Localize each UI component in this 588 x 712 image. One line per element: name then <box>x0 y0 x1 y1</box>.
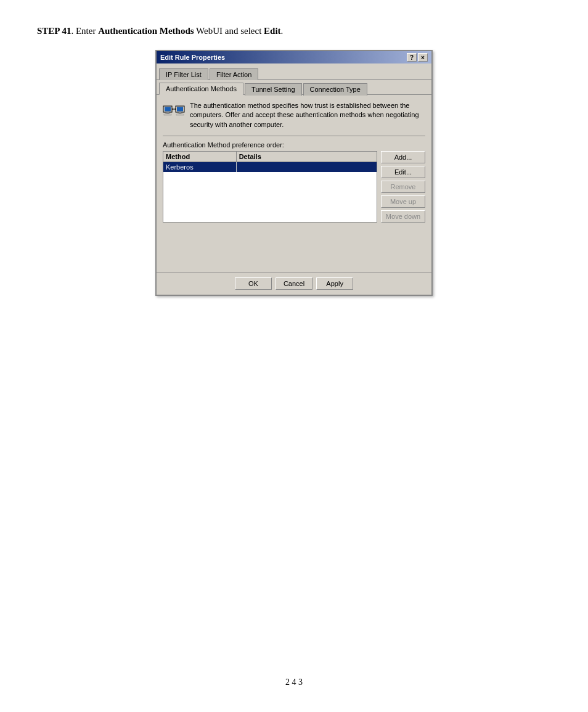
pref-label: Authentication Method preference order: <box>163 141 425 149</box>
move-up-button[interactable]: Move up <box>381 195 425 208</box>
add-button[interactable]: Add... <box>381 151 425 163</box>
svg-rect-2 <box>166 112 169 113</box>
help-button[interactable]: ? <box>407 53 417 62</box>
section-divider <box>163 136 425 136</box>
tab-authentication-methods[interactable]: Authentication Methods <box>159 83 243 95</box>
step-text3: . <box>281 26 284 36</box>
method-column-header: Method <box>163 152 237 162</box>
edit-button[interactable]: Edit... <box>381 166 425 178</box>
ok-button[interactable]: OK <box>235 277 272 290</box>
dialog-body: IP Filter List Filter Action Authenticat… <box>157 63 431 295</box>
main-area: Method Details Kerberos <box>163 151 425 223</box>
step-text2: WebUI and select <box>194 26 264 36</box>
method-cell: Kerberos <box>163 162 237 172</box>
details-column-header: Details <box>237 152 377 162</box>
step-label: STEP 41 <box>37 26 71 36</box>
tab-tunnel-setting[interactable]: Tunnel Setting <box>245 83 302 96</box>
tab-connection-type[interactable]: Connection Type <box>303 83 367 96</box>
info-section: The authentication method specifies how … <box>163 101 425 129</box>
list-item[interactable]: Kerberos <box>163 162 377 172</box>
close-button[interactable]: × <box>418 53 428 62</box>
page-number: 2 4 3 <box>0 677 588 687</box>
move-down-button[interactable]: Move down <box>381 210 425 223</box>
remove-button[interactable]: Remove <box>381 181 425 193</box>
step-bold1: Authentication Methods <box>98 26 194 36</box>
dialog-titlebar: Edit Rule Properties ? × <box>157 51 431 63</box>
tab-ip-filter-list[interactable]: IP Filter List <box>159 68 208 80</box>
step-text: . Enter <box>71 26 98 36</box>
apply-button[interactable]: Apply <box>316 277 353 290</box>
svg-rect-12 <box>176 114 184 115</box>
titlebar-controls: ? × <box>407 53 428 62</box>
dialog-content: The authentication method specifies how … <box>157 95 431 272</box>
svg-rect-1 <box>165 107 171 112</box>
tab-filter-action[interactable]: Filter Action <box>210 68 258 80</box>
details-cell <box>237 162 377 172</box>
network-icon <box>163 101 185 123</box>
dialog-title: Edit Rule Properties <box>160 54 225 61</box>
method-list: Method Details Kerberos <box>163 151 377 223</box>
svg-rect-5 <box>177 107 183 112</box>
info-text: The authentication method specifies how … <box>190 101 425 129</box>
action-buttons: Add... Edit... Remove Move up Move down <box>381 151 425 223</box>
dialog-footer: OK Cancel Apply <box>157 272 431 295</box>
edit-rule-dialog: Edit Rule Properties ? × IP Filter List … <box>155 50 433 296</box>
step-bold2: Edit <box>264 26 281 36</box>
svg-rect-6 <box>179 112 181 113</box>
upper-tab-row: IP Filter List Filter Action <box>157 63 431 80</box>
lower-tab-row: Authentication Methods Tunnel Setting Co… <box>157 80 431 95</box>
extra-space <box>163 223 425 266</box>
cancel-button[interactable]: Cancel <box>276 277 312 290</box>
svg-rect-11 <box>164 114 171 115</box>
list-items: Kerberos <box>163 162 377 218</box>
list-header: Method Details <box>163 152 377 162</box>
step-heading: STEP 41. Enter Authentication Methods We… <box>37 25 551 38</box>
